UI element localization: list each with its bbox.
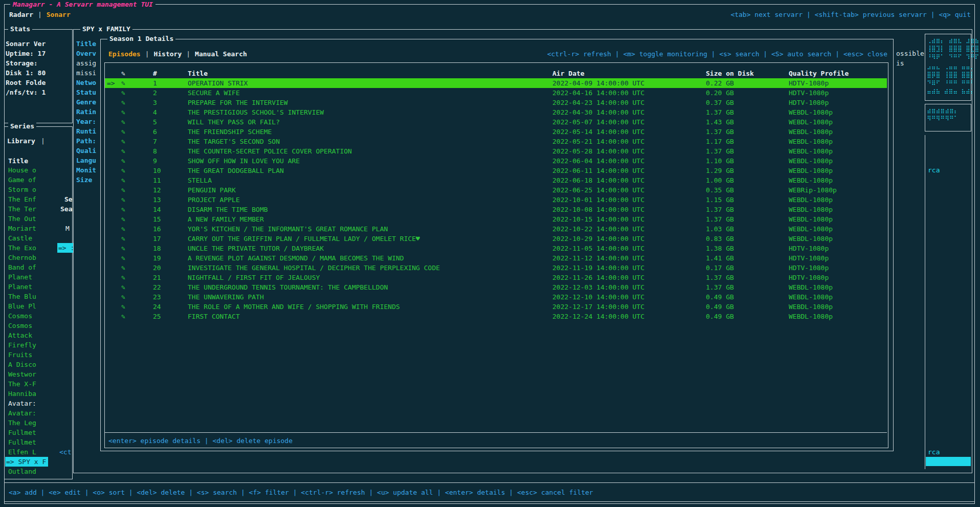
episode-air-date: 2022-05-14 14:00:00 UTC bbox=[552, 127, 644, 137]
episode-title: THE FRIENDSHIP SCHEME bbox=[188, 127, 272, 137]
episode-air-date: 2022-05-07 14:00:00 UTC bbox=[552, 117, 644, 127]
series-list-item[interactable]: The Blu bbox=[5, 292, 71, 301]
episode-row[interactable]: ✎23THE UNWAVERING PATH2022-12-10 14:00:0… bbox=[105, 292, 887, 302]
episode-row[interactable]: ✎21NIGHTFALL / FIRST FIT OF JEALOUSY2022… bbox=[105, 273, 887, 282]
episode-row[interactable]: ✎19A REVENGE PLOT AGAINST DESMOND / MAMA… bbox=[105, 253, 887, 263]
edit-pencil-icon[interactable]: ✎ bbox=[121, 88, 125, 98]
series-list-item[interactable]: Attack bbox=[5, 330, 71, 340]
edit-pencil-icon[interactable]: ✎ bbox=[121, 312, 125, 321]
episode-row[interactable]: ✎22THE UNDERGROUND TENNIS TOURNAMENT: TH… bbox=[105, 282, 887, 292]
series-list-item[interactable]: Cosmos bbox=[5, 311, 71, 321]
edit-pencil-icon[interactable]: ✎ bbox=[121, 234, 125, 244]
edit-pencil-icon[interactable]: ✎ bbox=[121, 137, 125, 146]
edit-pencil-icon[interactable]: ✎ bbox=[121, 185, 125, 195]
series-list-item[interactable]: Planet bbox=[5, 272, 71, 282]
edit-pencil-icon[interactable]: ✎ bbox=[121, 195, 125, 205]
series-list-item[interactable]: Storm o bbox=[5, 185, 71, 194]
series-column-header: Title bbox=[8, 156, 28, 166]
edit-pencil-icon[interactable]: ✎ bbox=[121, 156, 125, 166]
tab-radarr[interactable]: Radarr bbox=[9, 10, 33, 19]
stats-line: Root Folde bbox=[6, 78, 70, 87]
series-list-item[interactable]: Moriart bbox=[5, 224, 71, 233]
series-list-item[interactable]: Castle bbox=[5, 233, 71, 243]
edit-pencil-icon[interactable]: ✎ bbox=[121, 98, 125, 107]
episode-row[interactable]: ✎3PREPARE FOR THE INTERVIEW2022-04-23 14… bbox=[105, 98, 887, 107]
episode-number: 24 bbox=[153, 302, 161, 312]
edit-pencil-icon[interactable]: ✎ bbox=[121, 244, 125, 253]
episode-row[interactable]: ✎9SHOW OFF HOW IN LOVE YOU ARE2022-06-04… bbox=[105, 156, 887, 166]
episode-row[interactable]: ✎2SECURE A WIFE2022-04-16 14:00:00 UTC0.… bbox=[105, 88, 887, 98]
edit-pencil-icon[interactable]: ✎ bbox=[121, 205, 125, 214]
edit-pencil-icon[interactable]: ✎ bbox=[121, 214, 125, 224]
tab-manual-search[interactable]: Manual Search bbox=[195, 49, 247, 59]
series-list-item[interactable]: The Out bbox=[5, 214, 71, 224]
series-list-item[interactable]: The Enf bbox=[5, 194, 71, 204]
edit-pencil-icon[interactable]: ✎ bbox=[121, 107, 125, 117]
series-list-item[interactable]: Avatar: bbox=[5, 399, 71, 408]
episode-row[interactable]: ✎10THE GREAT DODGEBALL PLAN2022-06-11 14… bbox=[105, 166, 887, 175]
episode-row[interactable]: ✎14DISARM THE TIME BOMB2022-10-08 14:00:… bbox=[105, 205, 887, 214]
episode-row[interactable]: ✎25FIRST CONTACT2022-12-24 14:00:00 UTC0… bbox=[105, 312, 887, 321]
edit-pencil-icon[interactable]: ✎ bbox=[121, 292, 125, 302]
episode-quality-profile: WEBDL-1080p bbox=[789, 137, 833, 146]
episode-row[interactable]: =>✎1OPERATION STRIX2022-04-09 14:00:00 U… bbox=[105, 78, 887, 88]
series-list-item[interactable]: A Disco bbox=[5, 360, 71, 369]
series-list-item[interactable]: Westwor bbox=[5, 369, 71, 379]
edit-pencil-icon[interactable]: ✎ bbox=[121, 146, 125, 156]
episode-row[interactable]: ✎11STELLA2022-06-18 14:00:00 UTC1.00 GBW… bbox=[105, 175, 887, 185]
series-list-item[interactable]: Fullmet bbox=[5, 428, 71, 437]
edit-pencil-icon[interactable]: ✎ bbox=[121, 302, 125, 312]
episode-row[interactable]: ✎6THE FRIENDSHIP SCHEME2022-05-14 14:00:… bbox=[105, 127, 887, 137]
series-list-item[interactable]: House o bbox=[5, 165, 71, 175]
series-list-item[interactable]: Fullmet bbox=[5, 437, 71, 447]
series-list-item[interactable]: Chernob bbox=[5, 253, 71, 262]
series-field-label: Overv bbox=[76, 49, 96, 58]
tab-history[interactable]: History bbox=[153, 49, 182, 59]
edit-pencil-icon[interactable]: ✎ bbox=[121, 166, 125, 175]
edit-pencil-icon[interactable]: ✎ bbox=[121, 263, 125, 273]
edit-pencil-icon[interactable]: ✎ bbox=[121, 78, 125, 88]
series-list-item[interactable]: Planet bbox=[5, 282, 71, 292]
series-details-title: SPY x FAMILY bbox=[80, 25, 132, 33]
episode-row[interactable]: ✎18UNCLE THE PRIVATE TUTOR / DAYBREAK202… bbox=[105, 244, 887, 253]
series-list-item[interactable]: The X-F bbox=[5, 379, 71, 389]
edit-pencil-icon[interactable]: ✎ bbox=[121, 117, 125, 127]
tab-sonarr[interactable]: Sonarr bbox=[47, 10, 71, 19]
episode-row[interactable]: ✎4THE PRESTIGIOUS SCHOOL'S INTERVIEW2022… bbox=[105, 107, 887, 117]
episode-size-on-disk: 1.29 GB bbox=[706, 166, 734, 175]
edit-pencil-icon[interactable]: ✎ bbox=[121, 253, 125, 263]
series-list-item[interactable]: Game of bbox=[5, 175, 71, 185]
episode-row[interactable]: ✎24THE ROLE OF A MOTHER AND WIFE / SHOPP… bbox=[105, 302, 887, 312]
edit-pencil-icon[interactable]: ✎ bbox=[121, 224, 125, 234]
episode-row[interactable]: ✎5WILL THEY PASS OR FAIL?2022-05-07 14:0… bbox=[105, 117, 887, 127]
edit-pencil-icon[interactable]: ✎ bbox=[121, 175, 125, 185]
truncated-value-fragment: rca bbox=[928, 447, 940, 457]
series-list-item[interactable]: Firefly bbox=[5, 340, 71, 350]
episode-row[interactable]: ✎7THE TARGET'S SECOND SON2022-05-21 14:0… bbox=[105, 137, 887, 146]
poster-dots-pattern: ⣴⣶⣴⣶⣴⣶⡄ ⠻⠛⠻⠛⠻⠛⠁ bbox=[927, 106, 959, 123]
series-list-item[interactable]: The Leg bbox=[5, 418, 71, 428]
series-list-item[interactable]: Hanniba bbox=[5, 389, 71, 399]
edit-pencil-icon[interactable]: ✎ bbox=[121, 273, 125, 282]
episode-row[interactable]: ✎15A NEW FAMILY MEMBER2022-10-15 14:00:0… bbox=[105, 214, 887, 224]
series-list-item[interactable]: Fruits bbox=[5, 350, 71, 360]
episode-size-on-disk: 1.15 GB bbox=[706, 195, 734, 205]
episodes-table-rows: =>✎1OPERATION STRIX2022-04-09 14:00:00 U… bbox=[105, 78, 887, 321]
episode-row[interactable]: ✎13PROJECT APPLE2022-10-01 14:00:00 UTC1… bbox=[105, 195, 887, 205]
edit-pencil-icon[interactable]: ✎ bbox=[121, 127, 125, 137]
episode-row[interactable]: ✎12PENGUIN PARK2022-06-25 14:00:00 UTC0.… bbox=[105, 185, 887, 195]
series-list-item[interactable]: Band of bbox=[5, 262, 71, 272]
series-list-item[interactable]: Cosmos bbox=[5, 321, 71, 330]
tab-library[interactable]: Library bbox=[7, 136, 35, 146]
series-list-item[interactable]: => SPY x F bbox=[5, 457, 48, 467]
edit-pencil-icon[interactable]: ✎ bbox=[121, 282, 125, 292]
series-list-item[interactable]: Blue Pl bbox=[5, 301, 71, 311]
episode-row[interactable]: ✎8THE COUNTER-SECRET POLICE COVER OPERAT… bbox=[105, 146, 887, 156]
episode-row[interactable]: ✎20INVESTIGATE THE GENERAL HOSPITAL / DE… bbox=[105, 263, 887, 273]
tab-episodes[interactable]: Episodes bbox=[108, 49, 141, 59]
episode-row[interactable]: ✎16YOR'S KITCHEN / THE INFORMANT'S GREAT… bbox=[105, 224, 887, 234]
series-list-item[interactable]: Avatar: bbox=[5, 408, 71, 418]
episode-row[interactable]: ✎17CARRY OUT THE GRIFFIN PLAN / FULLMETA… bbox=[105, 234, 887, 244]
series-list-item[interactable]: Outland bbox=[5, 467, 71, 476]
series-field-label: Size bbox=[76, 175, 96, 185]
